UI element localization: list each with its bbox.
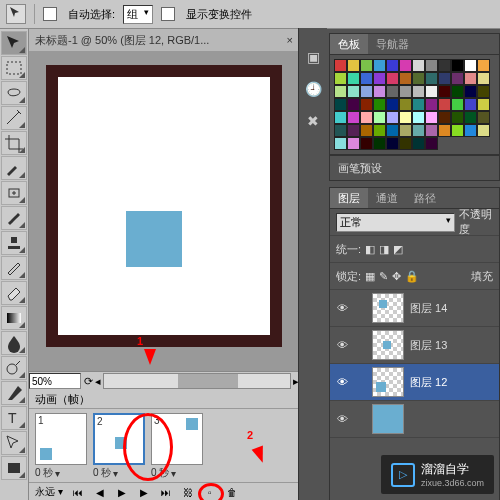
auto-select-dropdown[interactable]: 组 <box>123 5 153 24</box>
swatch[interactable] <box>451 124 464 137</box>
zoom-handle-icon[interactable]: ⟳ <box>81 375 95 388</box>
unify-icon-2[interactable]: ◨ <box>379 243 389 256</box>
swatch[interactable] <box>464 98 477 111</box>
history-icon[interactable]: 🕘 <box>304 80 322 98</box>
swatch[interactable] <box>386 98 399 111</box>
swatch[interactable] <box>360 72 373 85</box>
move-tool-icon[interactable] <box>6 4 26 24</box>
settings-icon[interactable]: ✖ <box>304 112 322 130</box>
swatch[interactable] <box>425 59 438 72</box>
swatch[interactable] <box>347 124 360 137</box>
visibility-icon[interactable]: 👁 <box>334 300 350 316</box>
zoom-input[interactable] <box>29 373 81 389</box>
tab-swatches[interactable]: 色板 <box>330 34 368 54</box>
visibility-icon[interactable]: 👁 <box>334 411 350 427</box>
swatch[interactable] <box>425 85 438 98</box>
swatch[interactable] <box>399 72 412 85</box>
swatch[interactable] <box>334 111 347 124</box>
brush-preset-label[interactable]: 画笔预设 <box>338 161 382 176</box>
doc-close-icon[interactable]: × <box>287 34 293 46</box>
swatch[interactable] <box>399 124 412 137</box>
marquee-tool[interactable] <box>1 56 27 80</box>
delete-frame-icon[interactable]: 🗑 <box>225 485 239 499</box>
swatch[interactable] <box>373 98 386 111</box>
eraser-tool[interactable] <box>1 281 27 305</box>
dodge-tool[interactable] <box>1 356 27 380</box>
next-frame-icon[interactable]: ▶ <box>137 485 151 499</box>
doc-tab-title[interactable]: 未标题-1 @ 50% (图层 12, RGB/1... <box>35 33 209 48</box>
tab-channels[interactable]: 通道 <box>368 188 406 208</box>
swatch[interactable] <box>360 98 373 111</box>
swatch[interactable] <box>386 72 399 85</box>
swatch[interactable] <box>425 137 438 150</box>
blend-mode-dropdown[interactable]: 正常 <box>336 213 455 232</box>
swatch[interactable] <box>412 72 425 85</box>
blur-tool[interactable] <box>1 331 27 355</box>
visibility-icon[interactable]: 👁 <box>334 337 350 353</box>
swatch[interactable] <box>360 85 373 98</box>
layer-thumb[interactable] <box>372 330 404 360</box>
layer-row[interactable]: 👁图层 13 <box>330 327 499 364</box>
shape-tool[interactable] <box>1 456 27 480</box>
swatch[interactable] <box>451 85 464 98</box>
layer-thumb[interactable] <box>372 404 404 434</box>
swatch[interactable] <box>386 85 399 98</box>
swatch[interactable] <box>386 59 399 72</box>
swatch[interactable] <box>477 98 490 111</box>
wand-tool[interactable] <box>1 106 27 130</box>
swatch[interactable] <box>360 111 373 124</box>
pen-tool[interactable] <box>1 381 27 405</box>
swatch[interactable] <box>347 111 360 124</box>
swatch[interactable] <box>438 111 451 124</box>
blue-square[interactable] <box>126 211 182 267</box>
swatch[interactable] <box>373 59 386 72</box>
swatch[interactable] <box>373 137 386 150</box>
swatch[interactable] <box>334 72 347 85</box>
auto-select-checkbox[interactable] <box>43 7 57 21</box>
eyedropper-tool[interactable] <box>1 156 27 180</box>
swatch[interactable] <box>438 59 451 72</box>
show-transform-checkbox[interactable] <box>161 7 175 21</box>
swatch[interactable] <box>386 137 399 150</box>
loop-dropdown[interactable]: 永远 ▾ <box>35 485 63 499</box>
swatch[interactable] <box>412 137 425 150</box>
canvas-area[interactable] <box>29 51 299 371</box>
move-tool[interactable] <box>1 31 27 55</box>
swatch[interactable] <box>412 85 425 98</box>
lasso-tool[interactable] <box>1 81 27 105</box>
swatch[interactable] <box>425 124 438 137</box>
swatch[interactable] <box>425 72 438 85</box>
swatch[interactable] <box>399 85 412 98</box>
prev-frame-icon[interactable]: ◀ <box>93 485 107 499</box>
new-frame-icon[interactable]: ▫ <box>203 485 217 499</box>
swatch[interactable] <box>451 111 464 124</box>
swatch[interactable] <box>425 98 438 111</box>
swatch[interactable] <box>373 111 386 124</box>
swatch[interactable] <box>399 59 412 72</box>
layer-thumb[interactable] <box>372 367 404 397</box>
swatch[interactable] <box>477 85 490 98</box>
lock-trans-icon[interactable]: ▦ <box>365 270 375 283</box>
layer-row[interactable]: 👁图层 12 <box>330 364 499 401</box>
frame-thumb[interactable]: 1 <box>35 413 87 465</box>
lock-paint-icon[interactable]: ✎ <box>379 270 388 283</box>
first-frame-icon[interactable]: ⏮ <box>71 485 85 499</box>
swatch[interactable] <box>399 111 412 124</box>
swatch[interactable] <box>399 98 412 111</box>
swatch[interactable] <box>451 98 464 111</box>
swatch[interactable] <box>412 98 425 111</box>
history-brush-tool[interactable] <box>1 256 27 280</box>
swatch[interactable] <box>412 59 425 72</box>
swatch[interactable] <box>464 72 477 85</box>
swatch[interactable] <box>373 85 386 98</box>
tab-paths[interactable]: 路径 <box>406 188 444 208</box>
swatch[interactable] <box>438 85 451 98</box>
swatch[interactable] <box>425 111 438 124</box>
swatch[interactable] <box>477 72 490 85</box>
swatch[interactable] <box>464 85 477 98</box>
swatch[interactable] <box>360 124 373 137</box>
swatch[interactable] <box>360 137 373 150</box>
swatch[interactable] <box>347 137 360 150</box>
layer-thumb[interactable] <box>372 293 404 323</box>
unify-icon-1[interactable]: ◧ <box>365 243 375 256</box>
